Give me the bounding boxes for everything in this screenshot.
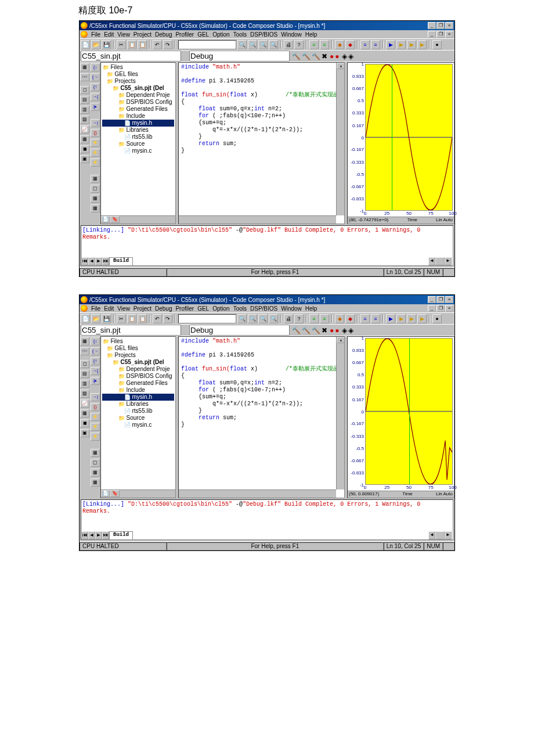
probe-clear-button[interactable]: ◈ [348, 326, 353, 334]
rebuild-button[interactable]: 🔨 [302, 326, 311, 334]
tab-last-button[interactable]: ⏭ [102, 531, 109, 539]
registers-button[interactable]: ▦ [91, 175, 100, 183]
reg-button[interactable]: ▣ [80, 155, 89, 163]
bookmark-next-button[interactable]: ◆ [345, 40, 355, 49]
undo-button[interactable]: ↶ [153, 40, 162, 49]
list2-button[interactable]: ≡ [371, 40, 380, 49]
menu-tools[interactable]: Tools [233, 305, 247, 312]
menu-option[interactable]: Option [212, 305, 229, 312]
titlebar[interactable]: /C55xx Functional Simulator/CPU - C55xx … [80, 295, 454, 304]
run3-button[interactable]: ▶ [407, 40, 416, 49]
list2-button[interactable]: ≡ [371, 314, 380, 323]
find-button[interactable]: 🔍 [237, 314, 247, 323]
run-to-button[interactable]: →| [91, 393, 100, 401]
code-content[interactable]: #include "math.h" #define pi 3.14159265 … [179, 63, 344, 156]
menu-option[interactable]: Option [212, 31, 229, 38]
breakpoint-clear-button[interactable]: ● [335, 326, 339, 334]
cut-button[interactable]: ✂ [117, 40, 126, 49]
titlebar[interactable]: /C55xx Functional Simulator/CPU - C55xx … [80, 21, 454, 30]
tree-item[interactable]: mysin.h [102, 394, 174, 401]
halt-button[interactable]: {} [91, 403, 100, 411]
file-tab-icon[interactable]: 📄 [101, 490, 110, 497]
tab-first-button[interactable]: ⏮ [81, 257, 88, 265]
menu-help[interactable]: Help [305, 31, 317, 38]
output-scrollbar[interactable]: ◀▶ [428, 257, 452, 265]
breakpoint-button[interactable]: ● [330, 52, 334, 60]
run2-button[interactable]: ▶ [396, 40, 406, 49]
tree-item[interactable]: Dependent Proje [102, 92, 174, 99]
project-combo[interactable] [81, 51, 181, 62]
cascade-button[interactable]: ▧ [80, 390, 89, 398]
stop-button[interactable]: ● [432, 40, 442, 49]
graph-panel[interactable]: 1 0.833 0.667 0.5 0.333 0.167 0 -0.167 -… [347, 336, 454, 498]
menu-tools[interactable]: Tools [233, 31, 247, 38]
redo-button[interactable]: ↷ [163, 40, 172, 49]
graph-button[interactable]: 📈 [80, 399, 89, 408]
tree-item[interactable]: C55_sin.pjt (Del [102, 85, 174, 92]
menu-window[interactable]: Window [281, 305, 302, 312]
run1-button[interactable]: ▶ [386, 314, 395, 323]
tree-item[interactable]: Include [102, 113, 174, 120]
tree-item[interactable]: DSP/BIOS Config [102, 99, 174, 106]
build-button[interactable]: 🔨 [292, 326, 301, 334]
graph-plot-area[interactable] [365, 338, 453, 485]
help-button[interactable]: ? [294, 40, 304, 49]
stack-button[interactable]: ▦ [91, 469, 100, 477]
run2-button[interactable]: ▶ [396, 314, 406, 323]
tab-first-button[interactable]: ⏮ [81, 531, 88, 539]
menu-file[interactable]: File [91, 305, 100, 312]
tree-item[interactable]: GEL files [102, 345, 174, 352]
bookmark-next-button[interactable]: ◆ [345, 314, 355, 323]
find-prev-button[interactable]: 🔍 [258, 314, 268, 323]
breakpoint-button[interactable]: ● [330, 326, 334, 334]
step-out-button[interactable]: {↑ [91, 357, 100, 365]
menu-gel[interactable]: GEL [197, 305, 209, 312]
minimize-button[interactable]: _ [428, 22, 436, 29]
code-content[interactable]: #include "math.h" #define pi 3.14159265 … [179, 337, 344, 430]
registers-button[interactable]: ▦ [91, 449, 100, 457]
close-button[interactable]: × [445, 22, 453, 29]
child-close-button[interactable]: × [445, 305, 453, 312]
step-over-button[interactable]: {→ [91, 73, 100, 81]
run4-button[interactable]: ▶ [417, 40, 427, 49]
probe-clear-button[interactable]: ◈ [348, 52, 353, 60]
tree-item[interactable]: Source [102, 141, 174, 147]
tree-item[interactable]: rts55.lib [102, 408, 174, 415]
cascade-button[interactable]: ▧ [80, 116, 89, 124]
view-button[interactable]: ▦ [80, 337, 89, 345]
menu-project[interactable]: Project [134, 305, 151, 312]
rebuild-button[interactable]: 🔨 [302, 52, 311, 60]
find-next-button[interactable]: 🔍 [248, 314, 257, 323]
copy-button[interactable]: 📋 [127, 314, 136, 323]
menu-edit[interactable]: Edit [104, 31, 114, 38]
tree-item[interactable]: GEL files [102, 71, 174, 78]
search-combo[interactable] [178, 40, 236, 49]
watch-button[interactable]: ◼ [80, 419, 89, 427]
memory-button[interactable]: ▢ [91, 459, 100, 467]
tab-next-button[interactable]: ▶ [95, 531, 102, 539]
probe-button[interactable]: ◈ [342, 52, 347, 60]
window-button[interactable]: ◻ [80, 360, 89, 368]
reg-button[interactable]: ▣ [80, 429, 89, 437]
new-button[interactable]: 📄 [81, 40, 90, 49]
config-combo[interactable] [189, 325, 290, 336]
paste-button[interactable]: 📋 [138, 40, 147, 49]
tree-item[interactable]: Dependent Proje [102, 366, 174, 373]
animate-button[interactable]: ⚡ [91, 149, 100, 157]
breakpoint-clear-button[interactable]: ● [335, 52, 339, 60]
find-next-button[interactable]: 🔍 [248, 40, 257, 49]
indent-button[interactable]: ≡ [309, 314, 319, 323]
child-minimize-button[interactable]: _ [428, 31, 436, 38]
bookmark-button[interactable]: ◆ [335, 314, 344, 323]
graph-button[interactable]: 📈 [80, 125, 89, 134]
tree-item[interactable]: Libraries [102, 401, 174, 408]
outdent-button[interactable]: ≡ [320, 314, 329, 323]
tree-item[interactable]: Source [102, 415, 174, 422]
tree-item[interactable]: mysin.h [102, 120, 174, 127]
project-tree[interactable]: Files GEL files Projects C55_sin.pjt (De… [101, 337, 175, 430]
tab-next-button[interactable]: ▶ [95, 257, 102, 265]
menu-project[interactable]: Project [134, 31, 151, 38]
minimize-button[interactable]: _ [428, 296, 436, 303]
menu-dspbios[interactable]: DSP/BIOS [250, 305, 277, 312]
tree-item[interactable]: C55_sin.pjt (Del [102, 359, 174, 366]
